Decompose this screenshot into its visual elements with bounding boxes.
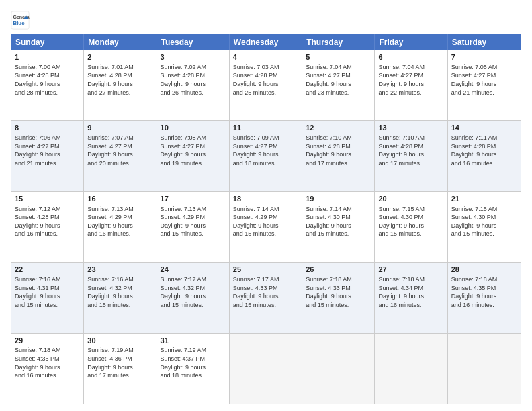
calendar-row-3: 15Sunrise: 7:12 AM Sunset: 4:28 PM Dayli…: [11, 192, 521, 263]
calendar-cell: 21Sunrise: 7:15 AM Sunset: 4:30 PM Dayli…: [448, 192, 521, 262]
day-number: 7: [451, 52, 517, 62]
day-info: Sunrise: 7:19 AM Sunset: 4:36 PM Dayligh…: [87, 346, 152, 379]
day-info: Sunrise: 7:12 AM Sunset: 4:28 PM Dayligh…: [15, 205, 80, 238]
header-day-friday: Friday: [375, 34, 447, 50]
day-info: Sunrise: 7:16 AM Sunset: 4:32 PM Dayligh…: [87, 275, 152, 309]
day-number: 24: [161, 265, 226, 275]
day-number: 26: [306, 265, 371, 275]
day-number: 15: [15, 194, 80, 204]
calendar-row-5: 29Sunrise: 7:18 AM Sunset: 4:35 PM Dayli…: [11, 334, 521, 404]
day-info: Sunrise: 7:04 AM Sunset: 4:27 PM Dayligh…: [378, 63, 443, 97]
calendar-row-2: 8Sunrise: 7:06 AM Sunset: 4:27 PM Daylig…: [11, 121, 521, 191]
header-day-monday: Monday: [84, 34, 157, 50]
calendar-cell: 1Sunrise: 7:00 AM Sunset: 4:28 PM Daylig…: [11, 50, 84, 120]
day-info: Sunrise: 7:17 AM Sunset: 4:33 PM Dayligh…: [233, 275, 298, 309]
calendar-cell: 18Sunrise: 7:14 AM Sunset: 4:29 PM Dayli…: [230, 192, 302, 262]
header-day-sunday: Sunday: [11, 34, 84, 50]
day-info: Sunrise: 7:09 AM Sunset: 4:27 PM Dayligh…: [233, 134, 298, 167]
calendar-cell: 23Sunrise: 7:16 AM Sunset: 4:32 PM Dayli…: [84, 263, 157, 332]
calendar-cell: 13Sunrise: 7:10 AM Sunset: 4:28 PM Dayli…: [375, 121, 447, 191]
calendar-cell: 17Sunrise: 7:13 AM Sunset: 4:29 PM Dayli…: [157, 192, 230, 262]
day-number: 3: [161, 52, 226, 62]
day-number: 5: [306, 52, 371, 62]
calendar-cell: 28Sunrise: 7:18 AM Sunset: 4:35 PM Dayli…: [448, 263, 521, 332]
header-day-thursday: Thursday: [302, 34, 375, 50]
day-info: Sunrise: 7:05 AM Sunset: 4:27 PM Dayligh…: [451, 63, 517, 97]
calendar-cell: 25Sunrise: 7:17 AM Sunset: 4:33 PM Dayli…: [230, 263, 302, 332]
day-number: 23: [87, 265, 152, 275]
calendar-cell: 15Sunrise: 7:12 AM Sunset: 4:28 PM Dayli…: [11, 192, 84, 262]
day-number: 18: [233, 194, 298, 204]
day-number: 22: [15, 265, 80, 275]
page: General Blue SundayMondayTuesdayWednesda…: [0, 0, 532, 411]
day-number: 19: [306, 194, 371, 204]
day-number: 30: [87, 336, 152, 346]
calendar-cell: [302, 334, 375, 404]
day-info: Sunrise: 7:16 AM Sunset: 4:31 PM Dayligh…: [15, 275, 80, 309]
day-info: Sunrise: 7:15 AM Sunset: 4:30 PM Dayligh…: [451, 205, 517, 238]
day-info: Sunrise: 7:18 AM Sunset: 4:35 PM Dayligh…: [15, 346, 80, 379]
day-info: Sunrise: 7:10 AM Sunset: 4:28 PM Dayligh…: [306, 134, 371, 167]
day-info: Sunrise: 7:18 AM Sunset: 4:33 PM Dayligh…: [306, 275, 371, 309]
calendar-cell: 19Sunrise: 7:14 AM Sunset: 4:30 PM Dayli…: [302, 192, 375, 262]
day-number: 20: [378, 194, 443, 204]
calendar-cell: 8Sunrise: 7:06 AM Sunset: 4:27 PM Daylig…: [11, 121, 84, 191]
day-number: 29: [15, 336, 80, 346]
day-number: 6: [378, 52, 443, 62]
calendar-cell: 2Sunrise: 7:01 AM Sunset: 4:28 PM Daylig…: [84, 50, 157, 120]
header-day-tuesday: Tuesday: [157, 34, 230, 50]
calendar-cell: [230, 334, 302, 404]
header-day-saturday: Saturday: [448, 34, 521, 50]
day-number: 31: [161, 336, 226, 346]
calendar: SundayMondayTuesdayWednesdayThursdayFrid…: [11, 34, 521, 404]
day-info: Sunrise: 7:11 AM Sunset: 4:28 PM Dayligh…: [451, 134, 517, 167]
day-number: 9: [87, 123, 152, 133]
calendar-cell: 4Sunrise: 7:03 AM Sunset: 4:28 PM Daylig…: [230, 50, 302, 120]
calendar-cell: 22Sunrise: 7:16 AM Sunset: 4:31 PM Dayli…: [11, 263, 84, 332]
day-number: 28: [451, 265, 517, 275]
day-info: Sunrise: 7:08 AM Sunset: 4:27 PM Dayligh…: [161, 134, 226, 167]
calendar-cell: 24Sunrise: 7:17 AM Sunset: 4:32 PM Dayli…: [157, 263, 230, 332]
calendar-cell: [375, 334, 447, 404]
day-number: 2: [87, 52, 152, 62]
day-info: Sunrise: 7:06 AM Sunset: 4:27 PM Dayligh…: [15, 134, 80, 167]
calendar-cell: 5Sunrise: 7:04 AM Sunset: 4:27 PM Daylig…: [302, 50, 375, 120]
calendar-cell: 11Sunrise: 7:09 AM Sunset: 4:27 PM Dayli…: [230, 121, 302, 191]
calendar-cell: 6Sunrise: 7:04 AM Sunset: 4:27 PM Daylig…: [375, 50, 447, 120]
day-info: Sunrise: 7:00 AM Sunset: 4:28 PM Dayligh…: [15, 63, 80, 97]
day-info: Sunrise: 7:14 AM Sunset: 4:29 PM Dayligh…: [233, 205, 298, 238]
calendar-cell: 20Sunrise: 7:15 AM Sunset: 4:30 PM Dayli…: [375, 192, 447, 262]
day-number: 27: [378, 265, 443, 275]
day-info: Sunrise: 7:04 AM Sunset: 4:27 PM Dayligh…: [306, 63, 371, 97]
calendar-cell: 7Sunrise: 7:05 AM Sunset: 4:27 PM Daylig…: [448, 50, 521, 120]
calendar-cell: 9Sunrise: 7:07 AM Sunset: 4:27 PM Daylig…: [84, 121, 157, 191]
day-info: Sunrise: 7:18 AM Sunset: 4:35 PM Dayligh…: [451, 275, 517, 309]
day-number: 8: [15, 123, 80, 133]
calendar-cell: 30Sunrise: 7:19 AM Sunset: 4:36 PM Dayli…: [84, 334, 157, 404]
day-info: Sunrise: 7:17 AM Sunset: 4:32 PM Dayligh…: [161, 275, 226, 309]
day-number: 1: [15, 52, 80, 62]
day-info: Sunrise: 7:01 AM Sunset: 4:28 PM Dayligh…: [87, 63, 152, 97]
svg-text:Blue: Blue: [13, 20, 26, 26]
calendar-cell: [448, 334, 521, 404]
calendar-cell: 31Sunrise: 7:19 AM Sunset: 4:37 PM Dayli…: [157, 334, 230, 404]
day-info: Sunrise: 7:13 AM Sunset: 4:29 PM Dayligh…: [87, 205, 152, 238]
day-info: Sunrise: 7:15 AM Sunset: 4:30 PM Dayligh…: [378, 205, 443, 238]
day-info: Sunrise: 7:14 AM Sunset: 4:30 PM Dayligh…: [306, 205, 371, 238]
day-info: Sunrise: 7:10 AM Sunset: 4:28 PM Dayligh…: [378, 134, 443, 167]
calendar-cell: 12Sunrise: 7:10 AM Sunset: 4:28 PM Dayli…: [302, 121, 375, 191]
calendar-cell: 16Sunrise: 7:13 AM Sunset: 4:29 PM Dayli…: [84, 192, 157, 262]
calendar-row-1: 1Sunrise: 7:00 AM Sunset: 4:28 PM Daylig…: [11, 50, 521, 121]
day-number: 14: [451, 123, 517, 133]
day-number: 16: [87, 194, 152, 204]
calendar-cell: 26Sunrise: 7:18 AM Sunset: 4:33 PM Dayli…: [302, 263, 375, 332]
header: General Blue: [11, 8, 521, 30]
day-number: 12: [306, 123, 371, 133]
day-info: Sunrise: 7:02 AM Sunset: 4:28 PM Dayligh…: [161, 63, 226, 97]
calendar-cell: 27Sunrise: 7:18 AM Sunset: 4:34 PM Dayli…: [375, 263, 447, 332]
header-day-wednesday: Wednesday: [230, 34, 302, 50]
logo-icon: General Blue: [11, 11, 30, 30]
day-info: Sunrise: 7:13 AM Sunset: 4:29 PM Dayligh…: [161, 205, 226, 238]
day-number: 11: [233, 123, 298, 133]
calendar-cell: 14Sunrise: 7:11 AM Sunset: 4:28 PM Dayli…: [448, 121, 521, 191]
